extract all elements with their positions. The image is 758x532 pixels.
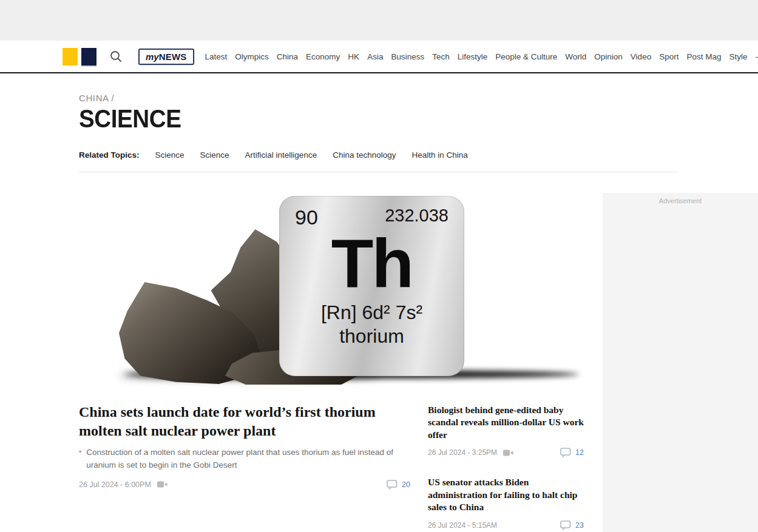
related-topics-label: Related Topics: — [79, 150, 140, 160]
topic-science-2[interactable]: Science — [200, 150, 229, 160]
breadcrumb[interactable]: CHINA / — [79, 93, 114, 103]
mynews-my: my — [146, 52, 159, 62]
nav-item-sport[interactable]: Sport — [659, 52, 678, 61]
nav-item-people-culture[interactable]: People & Culture — [495, 52, 557, 61]
periodic-table-tile: 90 232.038 Th [Rn] 6d² 7s² thorium — [279, 196, 464, 376]
nav-item-asia[interactable]: Asia — [367, 52, 383, 61]
summary-bullet: • — [79, 446, 81, 471]
topic-china-technology[interactable]: China technology — [333, 150, 396, 160]
atomic-number: 90 — [295, 206, 318, 229]
top-band — [0, 0, 758, 41]
nav-item-world[interactable]: World — [565, 52, 586, 61]
nav-item-style[interactable]: Style — [729, 52, 747, 61]
advertisement-slot: Advertisement — [603, 193, 758, 532]
main-article-meta: 26 Jul 2024 - 6:00PM 20 — [79, 480, 410, 490]
side-article-1-comment-count: 12 — [575, 448, 584, 457]
element-name: thorium — [279, 325, 464, 348]
side-article-2-comment-count: 23 — [575, 521, 584, 530]
search-icon — [110, 50, 123, 63]
side-article-1-timestamp: 26 Jul 2024 - 3:25PM — [428, 448, 497, 457]
nav-item-opinion[interactable]: Opinion — [594, 52, 623, 61]
mynews-button[interactable]: myNEWS — [138, 49, 194, 65]
main-article: China sets launch date for world’s first… — [79, 403, 410, 490]
video-icon — [157, 481, 168, 488]
comment-icon — [560, 448, 571, 457]
side-article-2-meta: 26 Jul 2024 - 5:15AM 23 — [428, 520, 584, 530]
main-article-summary-row: • Construction of a molten salt nuclear … — [79, 446, 399, 471]
topic-science-1[interactable]: Science — [155, 150, 184, 160]
nav-item-economy[interactable]: Economy — [306, 52, 340, 61]
element-symbol: Th — [279, 232, 464, 295]
side-article-1-comments[interactable]: 12 — [560, 448, 584, 457]
side-article-2-headline[interactable]: US senator attacks Biden administration … — [428, 476, 584, 513]
nav-item-dash: - — [755, 52, 758, 61]
video-icon — [503, 450, 513, 456]
nav-item-business[interactable]: Business — [391, 52, 424, 61]
nav-item-hk[interactable]: HK — [348, 52, 359, 61]
logo-navy-bar — [81, 48, 96, 66]
logo-yellow-bar — [63, 48, 78, 66]
header: myNEWS Latest Olympics China Economy HK … — [0, 41, 758, 73]
page: myNEWS Latest Olympics China Economy HK … — [0, 0, 758, 532]
advertisement-label: Advertisement — [603, 193, 758, 204]
related-topics: Related Topics: Science Science Artifici… — [79, 150, 468, 160]
side-column: Biologist behind gene-edited baby scanda… — [428, 404, 584, 530]
mynews-news: NEWS — [159, 52, 187, 62]
comment-icon — [560, 520, 571, 530]
nav-item-postmag[interactable]: Post Mag — [686, 52, 721, 61]
hero-image-thorium[interactable]: 90 232.038 Th [Rn] 6d² 7s² thorium — [119, 188, 584, 386]
side-article-1-meta: 26 Jul 2024 - 3:25PM 12 — [428, 448, 584, 457]
main-article-comment-count: 20 — [402, 480, 410, 489]
section-divider — [79, 172, 679, 172]
side-article-2-comments[interactable]: 23 — [560, 520, 584, 530]
main-nav: Latest Olympics China Economy HK Asia Bu… — [205, 52, 758, 61]
topic-health-in-china[interactable]: Health in China — [411, 150, 467, 160]
main-article-headline[interactable]: China sets launch date for world’s first… — [79, 403, 394, 440]
comment-icon — [387, 480, 398, 490]
main-article-summary: Construction of a molten salt nuclear po… — [86, 446, 399, 471]
page-title: SCIENCE — [79, 104, 181, 133]
main-article-timestamp: 26 Jul 2024 - 6:00PM — [79, 480, 151, 489]
nav-item-video[interactable]: Video — [631, 52, 651, 61]
search-button[interactable] — [110, 50, 123, 63]
main-article-comments[interactable]: 20 — [387, 480, 410, 490]
side-article-1-headline[interactable]: Biologist behind gene-edited baby scanda… — [428, 404, 584, 441]
nav-item-lifestyle[interactable]: Lifestyle — [458, 52, 488, 61]
nav-item-china[interactable]: China — [277, 52, 298, 61]
electron-config: [Rn] 6d² 7s² — [279, 301, 464, 324]
nav-item-olympics[interactable]: Olympics — [235, 52, 269, 61]
side-article-2: US senator attacks Biden administration … — [428, 476, 584, 530]
scmp-logo[interactable] — [63, 48, 96, 66]
topic-ai[interactable]: Artificial intelligence — [245, 150, 317, 160]
side-article-2-timestamp: 26 Jul 2024 - 5:15AM — [428, 521, 497, 530]
nav-item-latest[interactable]: Latest — [205, 52, 228, 61]
side-article-1: Biologist behind gene-edited baby scanda… — [428, 404, 584, 457]
nav-item-tech[interactable]: Tech — [432, 52, 450, 61]
